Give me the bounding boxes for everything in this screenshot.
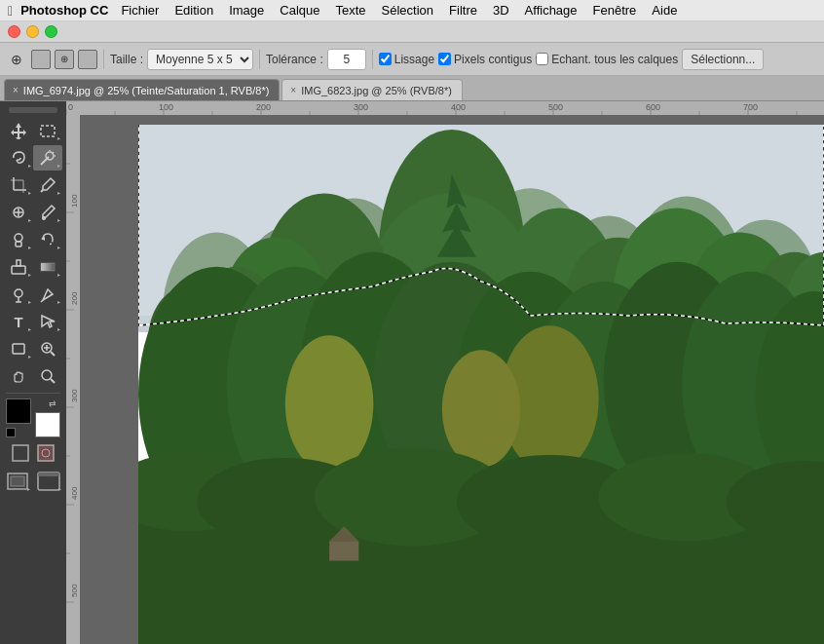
magic-wand-tool[interactable]: ▸ (33, 145, 62, 170)
svg-rect-1 (41, 126, 55, 136)
tab-close-6974[interactable]: × (13, 85, 19, 95)
menu-3d[interactable]: 3D (486, 0, 516, 21)
menu-image[interactable]: Image (222, 0, 271, 21)
pen-tool[interactable]: ▸ (33, 282, 62, 307)
standard-mode-button[interactable] (8, 440, 33, 466)
svg-line-25 (41, 300, 43, 302)
tool-mode-add[interactable] (31, 50, 51, 69)
brush-tool[interactable]: ▸ (33, 200, 62, 225)
svg-line-33 (51, 379, 55, 383)
color-swatch-area: ⇄ (6, 398, 60, 437)
app-name: Photoshop CC (20, 3, 108, 18)
document-canvas[interactable] (138, 125, 824, 644)
background-color-swatch[interactable] (35, 412, 60, 437)
eyedropper-tool[interactable]: ▸ (33, 172, 62, 198)
tool-row-2: ▸ ▸ (4, 145, 62, 170)
lasso-tool[interactable]: ▸ (4, 145, 33, 170)
svg-text:200: 200 (256, 102, 271, 112)
size-select[interactable]: Moyenne 5 x 5 (147, 49, 253, 70)
echant-checkbox[interactable] (536, 53, 548, 65)
svg-rect-34 (13, 445, 28, 461)
menu-fenetre[interactable]: Fenêtre (586, 0, 644, 21)
quick-mask-row (8, 440, 58, 466)
document-inner (80, 115, 824, 644)
eraser-tool[interactable]: ▸ (4, 254, 33, 280)
menu-bar:  Photoshop CC Fichier Edition Image Cal… (0, 0, 824, 21)
tool-mode-new[interactable]: ⊕ (6, 49, 27, 70)
tolerance-label: Tolérance : (266, 53, 323, 66)
svg-text:400: 400 (451, 102, 466, 112)
screen-mode-button[interactable]: ▸ (3, 469, 32, 494)
svg-rect-35 (38, 445, 54, 461)
svg-text:300: 300 (70, 389, 79, 402)
tab-img-6974[interactable]: × IMG_6974.jpg @ 25% (Teinte/Saturation … (4, 79, 280, 100)
menu-edition[interactable]: Edition (168, 0, 220, 21)
minimize-button[interactable] (26, 25, 39, 38)
menu-selection[interactable]: Sélection (375, 0, 440, 21)
main-area: ▸ ▸ ▸ (0, 101, 824, 644)
echant-label: Echant. tous les calques (551, 53, 678, 66)
svg-point-15 (42, 216, 46, 220)
swap-colors-icon[interactable]: ⇄ (49, 398, 60, 410)
tab-close-6823[interactable]: × (290, 85, 296, 95)
maximize-button[interactable] (45, 25, 57, 38)
vertical-ruler: 100 200 300 400 500 (66, 115, 80, 644)
svg-line-11 (41, 190, 43, 192)
tab-img-6823[interactable]: × IMG_6823.jpg @ 25% (RVB/8*) (281, 79, 463, 100)
tool-row-5: ▸ ▸ (4, 227, 62, 252)
document-wrapper: 0 100 200 300 400 500 600 700 (66, 101, 824, 644)
lissage-checkbox[interactable] (379, 53, 392, 65)
svg-rect-66 (66, 115, 80, 644)
pixels-contigus-checkbox[interactable] (438, 53, 451, 65)
svg-text:100: 100 (159, 102, 173, 112)
crop-tool[interactable]: ▸ (4, 172, 33, 198)
selectionner-button[interactable]: Sélectionn... (682, 49, 764, 70)
foreground-color-swatch[interactable] (6, 398, 31, 424)
move-tool[interactable] (4, 118, 33, 143)
tool-separator (6, 393, 60, 394)
quick-mask-mode-button[interactable] (33, 440, 58, 466)
svg-text:500: 500 (548, 102, 563, 112)
svg-marker-26 (42, 316, 55, 327)
menu-calque[interactable]: Calque (273, 0, 326, 21)
dodge-tool[interactable]: ▸ (4, 282, 33, 307)
change-screen-mode-button[interactable]: ▸ (34, 469, 63, 494)
healing-tool[interactable]: ▸ (4, 200, 33, 225)
stamp-tool[interactable]: ▸ (4, 227, 33, 252)
type-tool[interactable]: T ▸ (4, 309, 33, 334)
shape-tool[interactable]: ▸ (4, 336, 33, 361)
menu-aide[interactable]: Aide (645, 0, 684, 21)
svg-text:500: 500 (70, 584, 79, 597)
canvas-area: 0 100 200 300 400 500 600 700 (66, 101, 824, 644)
default-colors-icon[interactable] (6, 428, 16, 437)
menu-fichier[interactable]: Fichier (114, 0, 166, 21)
apple-menu[interactable]:  (8, 3, 13, 19)
svg-text:0: 0 (68, 102, 73, 112)
gradient-tool[interactable]: ▸ (33, 254, 62, 280)
menu-filtre[interactable]: Filtre (442, 0, 484, 21)
screen-mode-group: ▸ ▸ (3, 469, 63, 494)
svg-line-5 (53, 152, 54, 153)
tool-mode-intersect[interactable] (78, 50, 97, 69)
svg-text:200: 200 (70, 291, 79, 305)
history-brush-tool[interactable]: ▸ (33, 227, 62, 252)
svg-line-2 (41, 157, 49, 165)
close-button[interactable] (8, 25, 20, 38)
svg-rect-21 (41, 263, 55, 271)
rectangle-select-tool[interactable]: ▸ (33, 118, 62, 143)
pixels-contigus-group: Pixels contigus (438, 53, 532, 66)
menu-affichage[interactable]: Affichage (518, 0, 584, 21)
svg-rect-41 (66, 101, 824, 115)
lissage-group: Lissage (379, 53, 434, 66)
hand-tool[interactable] (4, 363, 33, 389)
tolerance-input[interactable] (327, 49, 366, 70)
tool-mode-subtract[interactable]: ⊕ (55, 50, 74, 69)
tool-row-9: ▸ (4, 336, 62, 361)
svg-text:400: 400 (70, 486, 79, 500)
zoom-tool[interactable] (33, 336, 62, 361)
left-toolbar: ▸ ▸ ▸ (0, 101, 66, 644)
menu-texte[interactable]: Texte (329, 0, 373, 21)
zoom-tool-2[interactable] (33, 363, 62, 389)
path-selection-tool[interactable]: ▸ (33, 309, 62, 334)
svg-line-29 (51, 352, 55, 356)
